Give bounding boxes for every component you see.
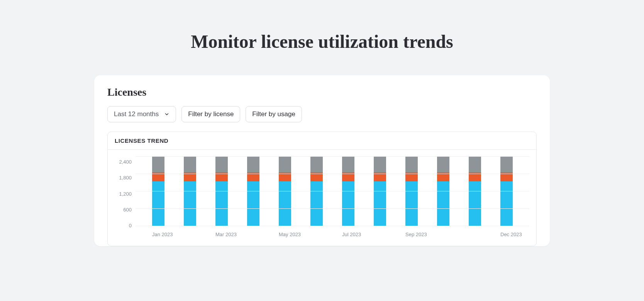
y-tick: 0: [129, 223, 132, 228]
bar-segment-blue: [247, 181, 259, 226]
gridline: [136, 174, 529, 174]
bar: [215, 157, 228, 226]
bar-segment-grey: [342, 157, 354, 172]
y-axis: 2,4001,8001,2006000: [115, 157, 136, 226]
bar-segment-blue: [152, 181, 164, 226]
bar-segment-blue: [310, 181, 323, 226]
x-tick: [469, 232, 481, 237]
bars-container: [136, 157, 529, 226]
x-tick: Mar 2023: [215, 232, 228, 237]
bar: [374, 157, 386, 226]
x-tick: Dec 2023: [500, 232, 513, 237]
licenses-card: Licenses Last 12 months Filter by licens…: [94, 75, 550, 246]
y-tick: 1,800: [119, 175, 132, 181]
bar-segment-blue: [184, 181, 196, 226]
chart-panel: LICENSES TREND 2,4001,8001,2006000 Jan 2…: [107, 132, 537, 246]
y-tick: 2,400: [119, 159, 132, 165]
bar: [500, 157, 513, 226]
chart-body: 2,4001,8001,2006000 Jan 2023Mar 2023May …: [108, 150, 536, 246]
chart-header: LICENSES TREND: [108, 132, 536, 150]
bar: [279, 157, 291, 226]
bar: [342, 157, 354, 226]
filter-license-button[interactable]: Filter by license: [181, 106, 240, 122]
x-tick: [437, 232, 449, 237]
bar-segment-grey: [184, 157, 196, 172]
bar-segment-grey: [437, 157, 449, 172]
time-range-dropdown[interactable]: Last 12 months: [107, 106, 176, 122]
controls-row: Last 12 months Filter by license Filter …: [107, 106, 537, 122]
bar: [184, 157, 196, 226]
bar-segment-blue: [215, 181, 228, 226]
bar-segment-grey: [279, 157, 291, 172]
gridline: [136, 191, 529, 191]
gridline: [136, 208, 529, 209]
filter-usage-button[interactable]: Filter by usage: [246, 106, 302, 122]
bar: [310, 157, 323, 226]
bar-segment-blue: [500, 181, 513, 226]
x-tick: Jul 2023: [342, 232, 354, 237]
bar-segment-blue: [469, 181, 481, 226]
gridline: [136, 226, 529, 226]
time-range-label: Last 12 months: [114, 110, 159, 118]
x-tick: [310, 232, 323, 237]
bar-segment-grey: [374, 157, 386, 172]
bar-segment-blue: [342, 181, 354, 226]
bar-segment-grey: [310, 157, 323, 172]
bar: [405, 157, 418, 226]
bar-segment-grey: [215, 157, 228, 172]
filter-usage-label: Filter by usage: [252, 110, 295, 118]
bar: [469, 157, 481, 226]
bar-segment-grey: [247, 157, 259, 172]
bar-segment-blue: [279, 181, 291, 226]
bar-segment-blue: [405, 181, 418, 226]
plot-area: [136, 157, 529, 226]
x-tick: [247, 232, 259, 237]
x-tick: Sep 2023: [405, 232, 418, 237]
filter-license-label: Filter by license: [188, 110, 234, 118]
bar-segment-grey: [152, 157, 164, 172]
bar-segment-blue: [437, 181, 449, 226]
gridline: [136, 156, 529, 157]
bar-segment-grey: [469, 157, 481, 172]
page-title: Monitor license utilization trends: [19, 31, 625, 52]
x-axis: Jan 2023Mar 2023May 2023Jul 2023Sep 2023…: [136, 226, 529, 242]
chevron-down-icon: [164, 112, 169, 117]
y-tick: 1,200: [119, 191, 132, 197]
bar-segment-blue: [374, 181, 386, 226]
y-tick: 600: [123, 207, 132, 213]
bar-segment-grey: [405, 157, 418, 172]
bar: [152, 157, 164, 226]
x-tick: Jan 2023: [152, 232, 164, 237]
bar: [247, 157, 259, 226]
x-tick: [374, 232, 386, 237]
bar-segment-grey: [500, 157, 513, 172]
bar: [437, 157, 449, 226]
card-title: Licenses: [107, 86, 537, 98]
x-tick: May 2023: [279, 232, 291, 237]
x-tick: [184, 232, 196, 237]
